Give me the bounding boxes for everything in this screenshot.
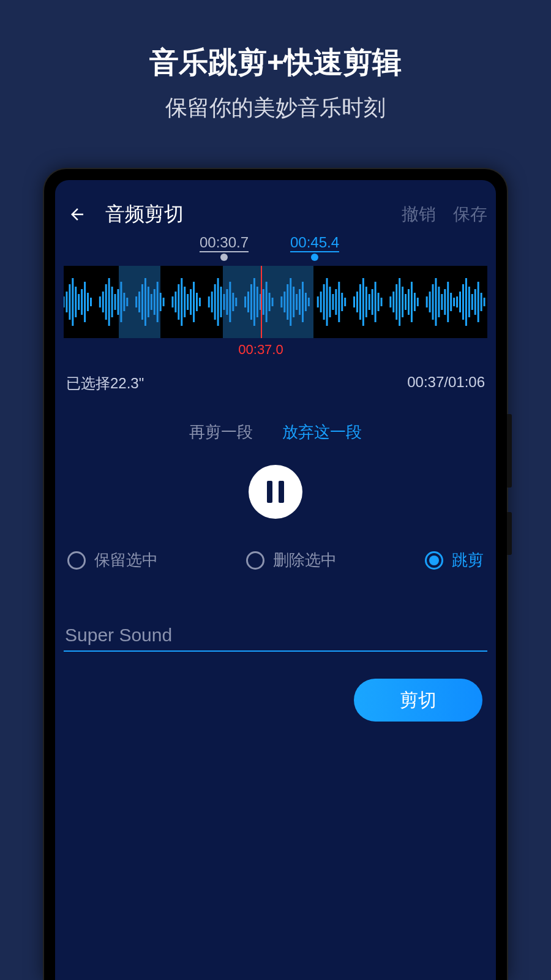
selection-start-handle-icon[interactable] xyxy=(220,254,228,261)
discard-segment-button[interactable]: 放弃这一段 xyxy=(282,423,362,441)
radio-label: 保留选中 xyxy=(94,549,158,571)
pause-icon xyxy=(267,481,272,503)
screen-title: 音频剪切 xyxy=(105,201,384,228)
segment-actions: 再剪一段 放弃这一段 xyxy=(64,421,487,443)
cut-another-button[interactable]: 再剪一段 xyxy=(189,423,253,441)
pause-icon xyxy=(279,481,284,503)
undo-button[interactable]: 撤销 xyxy=(402,203,436,226)
mode-radio-group: 保留选中 删除选中 跳剪 xyxy=(64,549,487,571)
phone-side-button xyxy=(507,512,512,555)
status-row: 已选择22.3" 00:37/01:06 xyxy=(64,374,487,393)
selection-start-value: 00:30.7 xyxy=(200,234,249,251)
playhead[interactable] xyxy=(261,266,262,338)
radio-keep-selected[interactable]: 保留选中 xyxy=(67,549,158,571)
cut-button[interactable]: 剪切 xyxy=(354,679,482,722)
selection-range[interactable] xyxy=(119,266,160,338)
phone-frame: 音频剪切 撤销 保存 00:30.7 00:45.4 xyxy=(44,169,507,980)
save-button[interactable]: 保存 xyxy=(453,203,487,226)
radio-jump-cut[interactable]: 跳剪 xyxy=(425,549,484,571)
play-pause-button[interactable] xyxy=(249,465,302,519)
waveform-timeline[interactable]: 00:30.7 00:45.4 xyxy=(64,256,487,366)
play-time: 00:37/01:06 xyxy=(407,374,485,393)
radio-label: 删除选中 xyxy=(273,549,337,571)
radio-icon xyxy=(246,551,264,570)
topbar: 音频剪切 撤销 保存 xyxy=(64,195,487,234)
radio-delete-selected[interactable]: 删除选中 xyxy=(246,549,337,571)
selection-range[interactable] xyxy=(223,266,313,338)
radio-icon xyxy=(425,551,443,570)
back-arrow-icon xyxy=(68,205,86,224)
app-screen: 音频剪切 撤销 保存 00:30.7 00:45.4 xyxy=(55,180,496,980)
radio-icon xyxy=(67,551,86,570)
promo-title: 音乐跳剪+快速剪辑 xyxy=(0,43,551,82)
playhead-time: 00:37.0 xyxy=(238,342,283,358)
back-button[interactable] xyxy=(64,205,91,224)
selection-end-label[interactable]: 00:45.4 xyxy=(290,234,339,252)
output-name-input[interactable] xyxy=(64,620,487,652)
radio-label: 跳剪 xyxy=(452,549,484,571)
phone-side-button xyxy=(507,414,512,488)
selection-end-handle-icon[interactable] xyxy=(311,254,318,261)
selection-start-label[interactable]: 00:30.7 xyxy=(200,234,249,252)
promo-subtitle: 保留你的美妙音乐时刻 xyxy=(0,93,551,123)
selection-end-value: 00:45.4 xyxy=(290,234,339,251)
selected-duration: 已选择22.3" xyxy=(66,374,144,393)
